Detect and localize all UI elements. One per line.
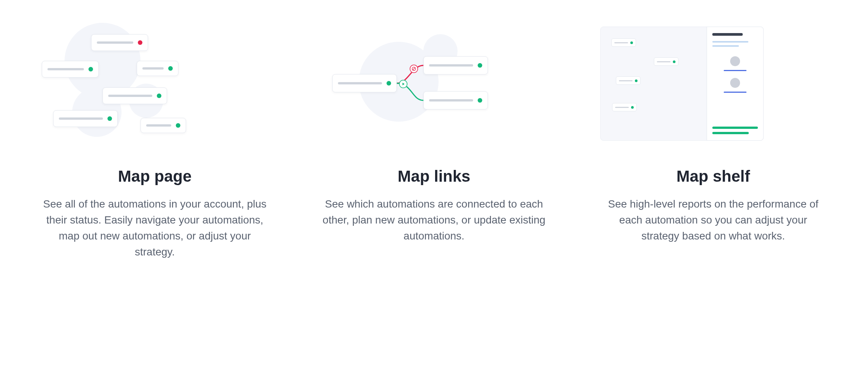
- metric-underline: [724, 70, 746, 71]
- mini-automation-card: [616, 76, 641, 85]
- feature-description: See all of the automations in your accou…: [43, 196, 267, 260]
- map-links-illustration: [302, 11, 566, 156]
- feature-description: See high-level reports on the performanc…: [601, 196, 825, 244]
- automation-card: [137, 61, 178, 76]
- performance-bar: [712, 127, 758, 129]
- mini-automation-card: [654, 57, 679, 66]
- automation-card: [42, 61, 99, 78]
- status-dot-green: [176, 123, 180, 128]
- mini-automation-card: [612, 103, 637, 111]
- avatar-placeholder: [730, 78, 740, 88]
- shelf-side-panel: [707, 27, 764, 141]
- feature-title: Map page: [118, 167, 192, 186]
- features-row: Map page See all of the automations in y…: [0, 0, 868, 260]
- performance-bar: [712, 132, 749, 134]
- shelf-bar-chart: [712, 124, 758, 134]
- status-dot-green: [478, 63, 482, 68]
- automation-card-target: [423, 91, 488, 109]
- automation-card-target: [423, 56, 488, 75]
- status-dot-red: [138, 40, 142, 45]
- status-dot-green: [168, 66, 173, 71]
- metric-underline: [724, 92, 746, 93]
- feature-description: See which automations are connected to e…: [322, 196, 546, 244]
- shelf-metric: [712, 56, 758, 71]
- svg-marker-2: [402, 83, 405, 86]
- svg-line-1: [413, 68, 415, 70]
- shelf-text-line: [712, 41, 748, 43]
- avatar-placeholder: [730, 56, 740, 66]
- feature-title: Map links: [398, 167, 470, 186]
- automation-card: [53, 110, 118, 127]
- status-dot-green: [387, 81, 391, 86]
- feature-card-map-links: Map links See which automations are conn…: [302, 11, 566, 260]
- feature-card-map-shelf: Map shelf See high-level reports on the …: [581, 11, 845, 260]
- automation-card: [91, 34, 148, 51]
- automation-card-source: [332, 74, 397, 92]
- shelf-metric: [712, 78, 758, 93]
- status-dot-green: [478, 98, 482, 103]
- status-dot-green: [157, 94, 161, 98]
- automation-card: [140, 118, 186, 133]
- feature-card-map-page: Map page See all of the automations in y…: [23, 11, 287, 260]
- mini-automation-card: [611, 38, 636, 47]
- map-shelf-illustration: [581, 11, 845, 156]
- shelf-text-line: [712, 45, 739, 47]
- shelf-panel: [600, 27, 764, 141]
- feature-title: Map shelf: [676, 167, 750, 186]
- shelf-title-bar: [712, 33, 743, 36]
- status-dot-green: [107, 116, 112, 121]
- status-dot-green: [88, 67, 93, 71]
- map-page-illustration: [23, 11, 287, 156]
- automation-card: [103, 87, 167, 104]
